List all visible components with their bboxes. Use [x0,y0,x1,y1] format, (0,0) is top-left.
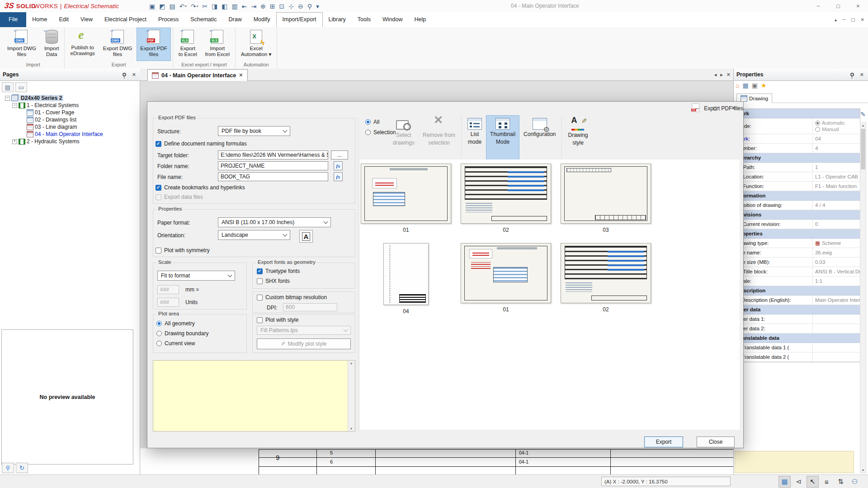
import-data-button[interactable]: ImportData [41,28,63,61]
zoom-in-icon[interactable]: ⊕ [260,3,266,9]
truetype-fonts-checkbox[interactable]: Truetype fonts [257,268,300,274]
publish-to-edrawings-button[interactable]: Publish toeDrawings [66,28,98,61]
drawing-thumbnail[interactable]: 02 [460,164,552,233]
collapse-ribbon-icon[interactable]: ▴ [835,17,837,22]
zoom-fit-icon[interactable]: ⊡ [279,3,285,9]
grid-view-icon[interactable]: ▦ [742,82,748,89]
close-panel-button[interactable]: ✕ [131,72,137,78]
print-icon[interactable]: ▤ [169,3,175,9]
pin-icon[interactable] [850,73,854,76]
dialog-close-button[interactable]: ✕ [724,102,742,115]
close-panel-button[interactable]: ✕ [859,72,865,78]
snap-select-icon[interactable]: ⇅ [835,476,847,488]
section-header-revisions[interactable]: Revisions [735,210,860,220]
customize-toolbar-icon[interactable]: ▾ [316,3,319,9]
favorites-star-icon[interactable]: ★ [761,82,767,89]
new-window-icon[interactable]: ▣ [149,3,155,9]
paste-icon[interactable]: ▥ [231,3,237,9]
section-header-hierarchy[interactable]: Hierarchy [735,153,860,163]
tab-tools[interactable]: Tools [352,12,377,27]
tab-draw[interactable]: Draw [223,12,248,27]
refresh-icon[interactable]: ↻ [16,463,28,473]
page-list-icon[interactable]: ▤ [2,82,14,92]
home-icon[interactable]: ⌂ [736,82,739,89]
scroll-down-icon[interactable]: ▼ [860,469,866,472]
property-row-drawing-type[interactable]: Drawing type: ▦ Scheme [735,239,860,248]
cursor-icon[interactable]: ↖ [807,476,819,488]
tree-item[interactable]: D24x40 Series 2 [1,94,139,102]
scroll-up-icon[interactable]: ▲ [348,361,354,365]
minimize-icon[interactable]: ─ [842,17,845,22]
comment-text-area[interactable]: ▲ ▼ [153,360,355,432]
tab-modify[interactable]: Modify [248,12,276,27]
radio-manual[interactable] [815,127,820,132]
line-weight-icon[interactable]: ≡ [821,476,833,488]
import-page-icon[interactable]: ⇤ [242,3,247,9]
drawing-thumbnail[interactable]: 04 [360,243,452,314]
property-row-position-of-drawing[interactable]: Position of drawing: 4 / 4 [735,201,860,210]
drawing-thumbnail[interactable]: 01 [360,164,452,233]
dialog-minimize-button[interactable]: ─ [688,102,706,115]
close-button[interactable]: ✕ [848,0,868,12]
drawing-thumbnail[interactable]: 02 [560,243,651,314]
undo-icon[interactable]: ↶▾ [179,3,187,9]
property-row-path[interactable]: ▥ Path: 1 [735,163,860,172]
section-header-description[interactable]: Description [735,286,860,296]
excel-automation-button[interactable]: ExcelAutomation ▾ [237,28,275,61]
tree-expander[interactable] [12,139,17,144]
property-row-file-name[interactable]: File name: 36.ewg [735,248,860,258]
tree-item[interactable]: 2 - Hydraulic Systems [1,138,139,145]
paper-format-dropdown[interactable]: ANSI B (11.00 x 17.00 Inches) [218,217,331,227]
tree-item[interactable]: 02 - Drawings list [1,116,139,123]
tab-edit[interactable]: Edit [53,12,75,27]
tab-home[interactable]: Home [26,12,53,27]
copy-properties-icon[interactable]: ◧ [222,3,227,9]
zoom-window-icon[interactable]: ⊞ [270,3,275,9]
scroll-up-icon[interactable]: ▲ [860,124,866,127]
drawing-style-button[interactable]: Drawingstyle [564,115,592,160]
pan-icon[interactable]: ⊹ [288,3,294,9]
zoom-previous-icon[interactable]: ⊖ [298,3,303,9]
list-mode-button[interactable]: Listmode [463,115,486,160]
close-icon[interactable]: ✕ [861,17,864,22]
tree-item[interactable]: 03 - Line diagram [1,123,139,131]
memo-scrollbar[interactable]: ▲ ▼ [348,361,355,431]
cut-icon[interactable]: ✂ [202,3,208,9]
restore-icon[interactable]: ▢ [851,17,855,22]
tree-expander[interactable] [5,96,10,101]
scroll-down-icon[interactable]: ▼ [348,427,354,430]
property-row-function[interactable]: ⚙ Function: F1 - Main function [735,182,860,191]
tab-process[interactable]: Process [152,12,184,27]
tab-library[interactable]: Library [323,12,352,27]
import-dwg-files-button[interactable]: DWG Import DWGfiles [4,28,40,61]
custom-bitmap-checkbox[interactable]: Custom bitmap resolution [257,294,327,300]
tab-schematic[interactable]: Schematic [184,12,222,27]
section-header-properties[interactable]: Properties [735,229,860,239]
formula-button[interactable]: fx [334,172,343,181]
page-frame-icon[interactable]: ▭ [15,82,27,92]
tree-item[interactable]: 04 - Main Operator Interface [1,131,139,138]
drawing-boundary-radio[interactable]: Drawing boundary [156,330,208,337]
export-button[interactable]: Export [644,436,683,447]
export-dwg-files-button[interactable]: DWG Export DWGfiles [99,28,136,61]
minimize-button[interactable]: ─ [808,0,828,12]
configuration-button[interactable]: Configuration [519,115,560,160]
tree-item[interactable]: 1 - Electrical Systems [1,102,139,109]
plot-with-style-checkbox[interactable]: Plot with style [257,317,298,323]
property-row-translatable-data-2[interactable]: A Translatable data 2 ( [735,352,860,362]
cone-filter-icon[interactable]: ⊲ [793,476,805,488]
import-from-excel-button[interactable]: XLS Importfrom Excel [202,28,233,61]
remove-from-selection-button[interactable]: Remove fromselection [419,115,459,160]
dialog-maximize-button[interactable]: ▢ [706,102,724,115]
file-name-field[interactable]: BOOK_TAG [218,172,328,181]
current-view-radio[interactable]: Current view [156,340,195,347]
tree-expander[interactable] [12,103,17,108]
shx-fonts-checkbox[interactable]: SHX fonts [257,278,290,284]
property-row-scale[interactable]: Scale: 1:1 [735,277,860,286]
property-row-number[interactable]: Number: 4 [735,144,860,153]
close-button[interactable]: Close [697,436,735,447]
define-naming-checkbox[interactable]: Define document naming formulas [156,141,247,147]
edit-pencil-icon[interactable]: ✎ [860,111,866,118]
structure-dropdown[interactable]: PDF file by book [218,126,290,136]
property-row-mark[interactable]: Mark: 04 [735,134,860,144]
